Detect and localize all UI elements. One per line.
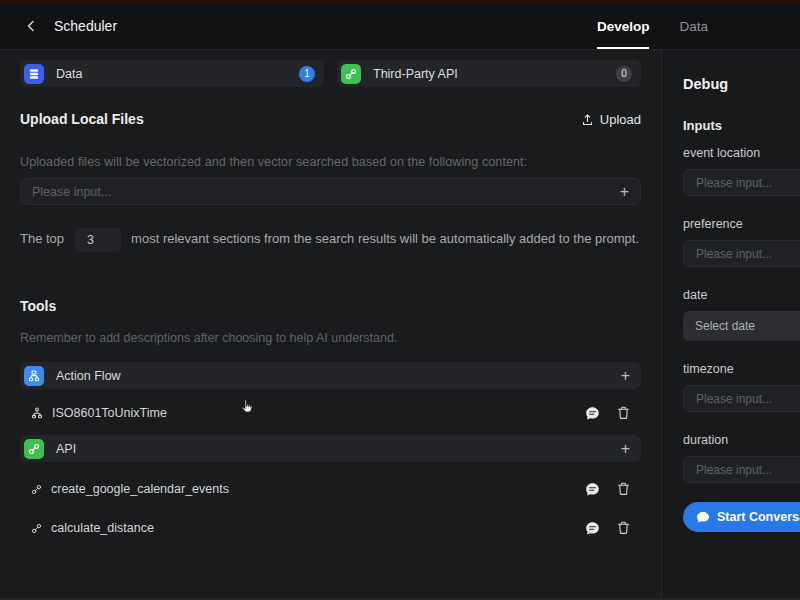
upload-icon	[581, 113, 594, 126]
data-card[interactable]: Data 1	[20, 60, 324, 87]
delete-icon[interactable]	[617, 521, 630, 535]
upload-section-title: Upload Local Files	[20, 111, 144, 127]
third-party-api-card[interactable]: Third-Party API 0	[337, 60, 641, 87]
upload-button[interactable]: Upload	[581, 112, 641, 127]
inputs-label: Inputs	[683, 118, 800, 133]
description-icon[interactable]	[585, 406, 600, 421]
data-card-label: Data	[56, 67, 82, 81]
add-action-flow-icon[interactable]: +	[621, 368, 630, 384]
api-item-icon	[31, 484, 42, 495]
top-n-input[interactable]: 3	[74, 228, 121, 252]
link-icon	[24, 439, 44, 459]
third-party-api-label: Third-Party API	[373, 67, 458, 81]
api-count-badge: 0	[616, 66, 632, 82]
debug-panel: Debug Inputs event location preference d…	[662, 50, 800, 598]
event-location-input[interactable]	[696, 176, 800, 190]
add-api-icon[interactable]: +	[621, 441, 630, 457]
tab-data[interactable]: Data	[679, 3, 708, 49]
description-icon[interactable]	[585, 482, 600, 497]
search-content-input[interactable]	[32, 185, 620, 199]
field-label-event-location: event location	[683, 146, 800, 160]
add-content-icon[interactable]: +	[620, 184, 629, 200]
search-content-input-row: +	[20, 178, 641, 205]
chat-bubble-icon	[696, 511, 710, 524]
header: Scheduler Develop Data	[0, 3, 800, 50]
knowledge-cards: Data 1 Third-Party API 0	[20, 60, 641, 87]
duration-field	[683, 456, 800, 483]
header-tabs: Develop Data	[597, 3, 800, 49]
timezone-field	[683, 385, 800, 412]
top-sentence-prefix: The top	[20, 231, 64, 246]
preference-input[interactable]	[696, 247, 800, 261]
vectorize-description: Uploaded files will be vectorized and th…	[20, 155, 641, 169]
top-sections-sentence: The top3most relevant sections from the …	[20, 225, 640, 252]
data-count-badge: 1	[299, 66, 315, 82]
tool-name: ISO8601ToUnixTime	[52, 406, 167, 420]
date-field	[683, 311, 800, 341]
tool-name: calculate_distance	[51, 521, 154, 535]
debug-title: Debug	[683, 76, 800, 92]
tools-section-title: Tools	[20, 298, 641, 314]
field-label-timezone: timezone	[683, 362, 800, 376]
preference-field	[683, 240, 800, 267]
flow-item-icon	[31, 407, 43, 419]
tool-row-calculate-distance[interactable]: calculate_distance	[20, 516, 641, 540]
upload-button-label: Upload	[600, 112, 641, 127]
tab-develop[interactable]: Develop	[597, 3, 650, 49]
start-conversation-label: Start Conversat	[717, 510, 800, 524]
flow-icon	[24, 366, 44, 386]
delete-icon[interactable]	[617, 406, 630, 420]
page-title: Scheduler	[54, 3, 117, 49]
delete-icon[interactable]	[617, 482, 630, 496]
field-label-preference: preference	[683, 217, 800, 231]
action-flow-group-row[interactable]: Action Flow +	[20, 362, 641, 389]
database-icon	[24, 64, 44, 84]
date-picker-input[interactable]	[695, 319, 800, 333]
field-label-date: date	[683, 288, 800, 302]
tool-row-create-calendar[interactable]: create_google_calendar_events	[20, 477, 641, 501]
event-location-field	[683, 169, 800, 196]
timezone-input[interactable]	[696, 392, 800, 406]
chevron-left-icon	[24, 19, 38, 33]
duration-input[interactable]	[696, 463, 800, 477]
tool-name: create_google_calendar_events	[51, 482, 229, 496]
back-button[interactable]	[24, 3, 38, 49]
api-item-icon	[31, 523, 42, 534]
start-conversation-button[interactable]: Start Conversat	[683, 502, 800, 532]
main-content: Data 1 Third-Party API 0 Upload Local Fi…	[0, 50, 662, 598]
description-icon[interactable]	[585, 521, 600, 536]
action-flow-label: Action Flow	[56, 369, 121, 383]
tools-description: Remember to add descriptions after choos…	[20, 331, 641, 345]
link-icon	[341, 64, 361, 84]
api-group-label: API	[56, 442, 76, 456]
field-label-duration: duration	[683, 433, 800, 447]
api-group-row[interactable]: API +	[20, 435, 641, 462]
top-sentence-suffix: most relevant sections from the search r…	[131, 231, 639, 246]
tool-row-iso8601[interactable]: ISO8601ToUnixTime	[20, 401, 641, 425]
